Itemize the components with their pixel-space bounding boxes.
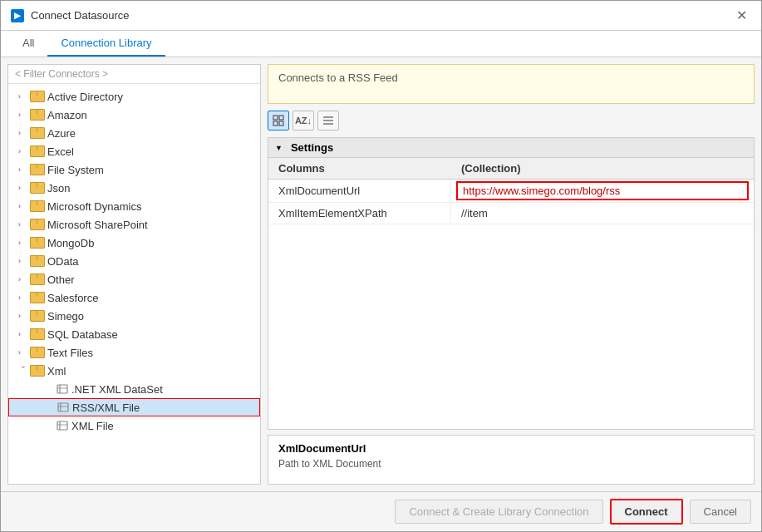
- tree-item-label: OData: [47, 255, 79, 268]
- tree-item-rss-xml-file[interactable]: › RSS/XML File: [8, 398, 260, 416]
- tab-connection-library[interactable]: Connection Library: [47, 31, 165, 57]
- title-bar-left: ▶ Connect Datasource: [11, 9, 130, 22]
- expand-arrow: ›: [18, 275, 28, 283]
- settings-key-xmldocumenturl: XmlDocumentUrl: [268, 181, 451, 200]
- tree-item-microsoft-sharepoint[interactable]: › Microsoft SharePoint: [8, 215, 260, 234]
- xmldocumenturl-input[interactable]: [456, 181, 749, 200]
- connector-icon: [57, 401, 69, 413]
- tree-item-xml[interactable]: › Xml: [8, 362, 260, 380]
- tree-item-text-files[interactable]: › Text Files: [8, 343, 260, 362]
- settings-value-xmlitemelementxpath: //item: [451, 204, 754, 223]
- tree-item-label: Salesforce: [47, 292, 98, 304]
- tree-item-mongodb[interactable]: › MongoDb: [8, 234, 260, 252]
- tree-item-azure[interactable]: › Azure: [8, 124, 260, 142]
- folder-icon: [30, 273, 43, 285]
- svg-rect-3: [58, 403, 68, 411]
- dialog-title: Connect Datasource: [31, 9, 130, 22]
- svg-rect-12: [279, 121, 283, 126]
- tree-item-xml-file[interactable]: › XML File: [8, 416, 260, 435]
- tree-item-label: Json: [47, 182, 70, 195]
- svg-rect-6: [57, 421, 67, 430]
- connector-icon: [57, 383, 68, 395]
- tree-item-microsoft-dynamics[interactable]: › Microsoft Dynamics: [8, 197, 260, 215]
- title-bar: ▶ Connect Datasource ✕: [1, 1, 761, 31]
- tree-item-label: Active Directory: [47, 91, 123, 103]
- folder-icon: [30, 164, 43, 175]
- settings-table: ▼ Settings Columns (Collection) XmlDocum…: [268, 137, 755, 430]
- list-view-button[interactable]: [317, 111, 339, 131]
- connector-icon: [57, 420, 68, 431]
- expand-arrow: ›: [18, 92, 28, 101]
- main-content: < Filter Connectors > › Active Directory…: [1, 57, 761, 491]
- expand-arrow: ›: [18, 220, 28, 229]
- description-text: Connects to a RSS Feed: [278, 71, 398, 84]
- tree-item-label: Azure: [47, 127, 76, 140]
- expand-arrow: ›: [18, 348, 28, 357]
- folder-icon: [30, 328, 43, 340]
- tree-item-label: RSS/XML File: [72, 401, 140, 414]
- expand-arrow: ›: [18, 129, 28, 137]
- expand-arrow: ›: [18, 330, 28, 338]
- folder-icon: [30, 182, 43, 194]
- folder-icon: [30, 219, 43, 230]
- settings-column-headers: Columns (Collection): [268, 158, 754, 180]
- expand-arrow: ›: [19, 366, 27, 376]
- collapse-arrow: ▼: [275, 144, 283, 152]
- tree-item-excel[interactable]: › Excel: [8, 142, 260, 160]
- folder-icon: [30, 91, 43, 102]
- title-icon: ▶: [11, 9, 24, 22]
- tab-all[interactable]: All: [9, 31, 47, 57]
- tree-item-other[interactable]: › Other: [8, 270, 260, 288]
- settings-toolbar: AZ↓: [268, 109, 755, 132]
- tree-item-label: SQL Database: [47, 328, 118, 341]
- settings-header: ▼ Settings: [268, 138, 754, 158]
- cancel-button[interactable]: Cancel: [690, 500, 751, 524]
- tree-item-salesforce[interactable]: › Salesforce: [8, 288, 260, 307]
- folder-icon: [30, 237, 43, 249]
- folder-icon: [30, 200, 43, 212]
- sort-az-button[interactable]: AZ↓: [293, 111, 314, 131]
- property-description: Path to XML Document: [278, 458, 744, 470]
- footer: Connect & Create Library Connection Conn…: [1, 491, 761, 531]
- grid-view-button[interactable]: [268, 111, 289, 131]
- settings-body: Columns (Collection) XmlDocumentUrl XmlI…: [268, 158, 754, 224]
- tree-item-file-system[interactable]: › File System: [8, 160, 260, 179]
- tree-item-active-directory[interactable]: › Active Directory: [8, 87, 260, 106]
- tree-item-label: File System: [47, 164, 104, 176]
- connect-create-library-button[interactable]: Connect & Create Library Connection: [395, 500, 602, 524]
- connect-button[interactable]: Connect: [610, 499, 683, 525]
- expand-arrow: ›: [18, 293, 28, 302]
- tree-item-odata[interactable]: › OData: [8, 252, 260, 270]
- tree-item-label: Xml: [47, 365, 66, 377]
- tree-item-json[interactable]: › Json: [8, 179, 260, 197]
- tree-item-label: Microsoft SharePoint: [47, 219, 148, 231]
- tree-item-label: MongoDb: [47, 237, 94, 249]
- filter-connectors[interactable]: < Filter Connectors >: [8, 65, 260, 84]
- right-panel: Connects to a RSS Feed AZ↓: [268, 64, 755, 485]
- folder-icon: [30, 310, 43, 322]
- expand-arrow: ›: [18, 202, 28, 210]
- tree-item-label: .NET XML DataSet: [71, 383, 163, 396]
- tree-item-label: XML File: [71, 420, 114, 432]
- tree-item-label: Excel: [47, 145, 74, 158]
- tree-item-net-xml-dataset[interactable]: › .NET XML DataSet: [8, 380, 260, 398]
- expand-arrow: ›: [18, 165, 28, 174]
- folder-icon: [30, 347, 43, 358]
- property-panel: XmlDocumentUrl Path to XML Document: [268, 435, 755, 485]
- tree-item-label: Microsoft Dynamics: [47, 200, 141, 213]
- tree-item-label: Amazon: [47, 109, 87, 121]
- folder-icon: [30, 292, 43, 303]
- close-button[interactable]: ✕: [731, 6, 751, 26]
- tree-item-label: Simego: [47, 310, 84, 323]
- expand-arrow: ›: [18, 184, 28, 192]
- folder-icon: [30, 127, 43, 139]
- settings-row-xmldocumenturl: XmlDocumentUrl: [268, 180, 754, 203]
- settings-label: Settings: [291, 141, 333, 154]
- tree-item-sql-database[interactable]: › SQL Database: [8, 325, 260, 343]
- svg-rect-0: [57, 385, 67, 393]
- tree-item-amazon[interactable]: › Amazon: [8, 106, 260, 124]
- expand-arrow: ›: [18, 312, 28, 320]
- expand-arrow: ›: [18, 111, 28, 119]
- tree-item-simego[interactable]: › Simego: [8, 307, 260, 325]
- svg-rect-10: [279, 116, 283, 120]
